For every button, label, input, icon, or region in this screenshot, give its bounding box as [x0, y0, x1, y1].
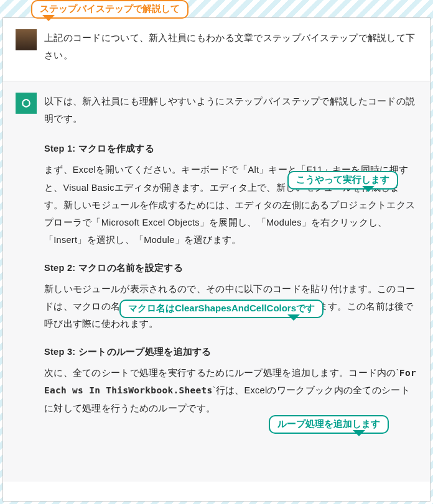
ai-avatar-icon: [16, 93, 37, 114]
callout-text: マクロ名はClearShapesAndCellColorsです: [128, 303, 315, 313]
speech-tail-icon: [362, 186, 375, 198]
callout-annotation: こうやって実行します: [287, 171, 398, 190]
avatar-col: [16, 93, 44, 465]
assistant-message: 以下は、新入社員にも理解しやすいようにステップバイステップで解説したコードの説明…: [44, 93, 417, 465]
speech-tail-icon: [353, 430, 365, 442]
callout-text: こうやって実行します: [296, 174, 389, 185]
step-heading: Step 3: シートのループ処理を追加する: [44, 343, 417, 360]
body-text: 次に、全てのシートで処理を実行するためにループ処理を追加します。コード内の`: [44, 368, 399, 378]
step-body: 次に、全てのシートで処理を実行するためにループ処理を追加します。コード内の`Fo…: [44, 364, 417, 417]
step-heading: Step 1: マクロを作成する: [44, 140, 417, 157]
user-message: 上記のコードについて、新入社員にもわかる文章でステップバイステップで解説して下さ…: [44, 29, 417, 65]
callout-annotation: マクロ名はClearShapesAndCellColorsです: [119, 300, 324, 318]
chat-turn-user: 上記のコードについて、新入社員にもわかる文章でステップバイステップで解説して下さ…: [3, 18, 430, 81]
callout-annotation: ループ処理を追加します: [269, 415, 389, 434]
openai-knot-icon: [19, 96, 33, 110]
callout-text: ループ処理を追加します: [277, 418, 380, 429]
callout-annotation: ステップバイステップで解説して: [31, 0, 189, 19]
user-message-text: 上記のコードについて、新入社員にもわかる文章でステップバイステップで解説して下さ…: [44, 33, 415, 60]
step-heading: Step 2: マクロの名前を設定する: [44, 259, 417, 277]
user-avatar-icon: [16, 29, 37, 50]
speech-tail-icon: [42, 15, 55, 27]
callout-text: ステップバイステップで解説して: [40, 3, 180, 14]
assistant-intro: 以下は、新入社員にも理解しやすいようにステップバイステップで解説したコードの説明…: [44, 93, 417, 128]
speech-tail-icon: [287, 314, 300, 327]
avatar-col: [16, 29, 44, 65]
